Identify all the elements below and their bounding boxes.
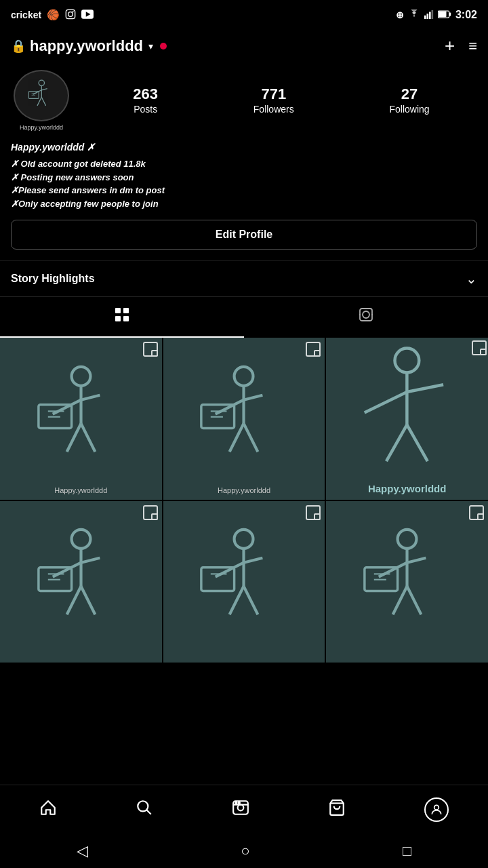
- story-highlights-label: Story Highlights: [11, 273, 95, 285]
- bio-line-1: ✗ Old account got deleted 11.8k: [11, 157, 477, 171]
- story-highlights[interactable]: Story Highlights ⌄: [0, 260, 488, 296]
- home-button[interactable]: ○: [241, 842, 249, 860]
- tabs: [0, 296, 488, 338]
- svg-line-57: [53, 563, 81, 577]
- svg-rect-11: [449, 13, 451, 16]
- username-label[interactable]: happy.yworlddd: [30, 37, 143, 55]
- back-button[interactable]: ◁: [77, 842, 88, 860]
- tag-icon: [358, 307, 374, 327]
- grid-item[interactable]: Happy.yworlddd: [0, 338, 162, 500]
- battery-icon: [438, 9, 451, 20]
- grid-item-label-large: Happy.yworlddd: [326, 483, 488, 494]
- followers-count: 771: [253, 85, 294, 103]
- svg-line-60: [81, 587, 95, 615]
- svg-rect-0: [66, 9, 75, 18]
- grid-tab[interactable]: [0, 297, 244, 338]
- svg-rect-8: [431, 9, 433, 18]
- signal-icon: [424, 9, 434, 21]
- youtube-status-icon: [81, 9, 94, 21]
- multi-icon: [469, 505, 484, 520]
- nav-search[interactable]: [122, 793, 167, 827]
- svg-line-43: [244, 395, 263, 400]
- time-label: 3:02: [455, 9, 477, 21]
- svg-line-15: [41, 88, 47, 90]
- bio-line-2: ✗ Posting new answers soon: [11, 171, 477, 184]
- svg-point-86: [235, 802, 237, 803]
- tagged-tab[interactable]: [244, 297, 488, 338]
- svg-line-82: [146, 810, 151, 814]
- svg-point-12: [39, 80, 44, 85]
- bio-line-3: ✗Please send answers in dm to post: [11, 184, 477, 197]
- profile-icon: [424, 797, 449, 822]
- svg-rect-21: [115, 308, 121, 313]
- svg-rect-6: [426, 14, 428, 19]
- bio-name: Happy.yworlddd ✗: [11, 140, 477, 155]
- edit-profile-button[interactable]: Edit Profile: [11, 220, 477, 250]
- notification-dot: [160, 43, 167, 50]
- following-label: Following: [389, 104, 429, 115]
- svg-line-51: [365, 392, 407, 412]
- svg-line-54: [407, 425, 428, 461]
- svg-line-53: [386, 425, 407, 461]
- svg-rect-7: [429, 12, 431, 19]
- bottom-nav: [0, 785, 488, 834]
- svg-point-26: [363, 311, 369, 318]
- instagram-status-icon: [65, 9, 76, 22]
- posts-stat[interactable]: 263 Posts: [133, 85, 158, 115]
- multi-icon: [143, 342, 158, 357]
- svg-line-69: [244, 587, 258, 615]
- grid-item[interactable]: [0, 501, 162, 663]
- svg-point-40: [235, 367, 253, 386]
- dropdown-arrow-icon[interactable]: ▾: [148, 41, 153, 52]
- svg-rect-24: [123, 316, 129, 321]
- avatar-container[interactable]: Happy.yworlddd: [11, 70, 72, 131]
- grid-item[interactable]: [326, 501, 488, 663]
- svg-line-33: [53, 399, 81, 414]
- posts-grid: Happy.yworlddd Happy.yworlddd Happy.y: [0, 338, 488, 663]
- followers-stat[interactable]: 771 Followers: [253, 85, 294, 115]
- followers-label: Followers: [253, 104, 294, 115]
- svg-point-64: [235, 530, 253, 549]
- search-icon: [136, 799, 153, 821]
- bio-line-4: ✗Only accepting few people to join: [11, 197, 477, 211]
- following-count: 27: [389, 85, 429, 103]
- svg-line-52: [407, 384, 444, 392]
- add-button[interactable]: +: [445, 35, 455, 56]
- svg-rect-5: [424, 15, 426, 18]
- recent-button[interactable]: □: [403, 842, 411, 860]
- svg-line-67: [244, 558, 263, 563]
- reels-icon: [232, 799, 249, 821]
- following-stat[interactable]: 27 Following: [389, 85, 429, 115]
- nav-profile[interactable]: [411, 792, 462, 827]
- nav-home[interactable]: [26, 793, 70, 827]
- circle-plus-icon: ⊕: [396, 9, 404, 20]
- grid-item[interactable]: Happy.yworlddd: [326, 338, 488, 500]
- stats: 263 Posts 771 Followers 27 Following: [85, 85, 477, 115]
- avatar: [14, 70, 69, 121]
- carrier-label: cricket: [11, 9, 41, 20]
- grid-item[interactable]: Happy.yworlddd: [163, 338, 325, 500]
- svg-line-45: [244, 423, 258, 452]
- status-left: cricket 🏀: [11, 9, 94, 22]
- multi-icon: [306, 505, 321, 520]
- status-bar: cricket 🏀 ⊕: [0, 0, 488, 30]
- svg-point-31: [71, 367, 90, 386]
- header: 🔒 happy.yworlddd ▾ + ≡: [0, 30, 488, 64]
- profile-info: Happy.yworlddd 263 Posts 771 Followers 2…: [11, 70, 477, 131]
- nav-reels[interactable]: [218, 793, 263, 827]
- grid-item[interactable]: [163, 501, 325, 663]
- chevron-down-icon[interactable]: ⌄: [466, 271, 477, 287]
- menu-button[interactable]: ≡: [468, 37, 477, 55]
- nav-shop[interactable]: [314, 793, 359, 827]
- lock-icon: 🔒: [11, 39, 26, 54]
- wifi-icon: [408, 9, 420, 21]
- multi-icon: [143, 505, 158, 520]
- grid-item-label: Happy.yworlddd: [0, 486, 162, 494]
- posts-label: Posts: [134, 104, 157, 115]
- svg-point-2: [73, 11, 74, 12]
- header-right: + ≡: [445, 35, 477, 56]
- svg-line-17: [41, 97, 45, 106]
- svg-point-72: [398, 530, 417, 549]
- grid-icon: [114, 307, 130, 327]
- nba-icon: 🏀: [47, 9, 60, 21]
